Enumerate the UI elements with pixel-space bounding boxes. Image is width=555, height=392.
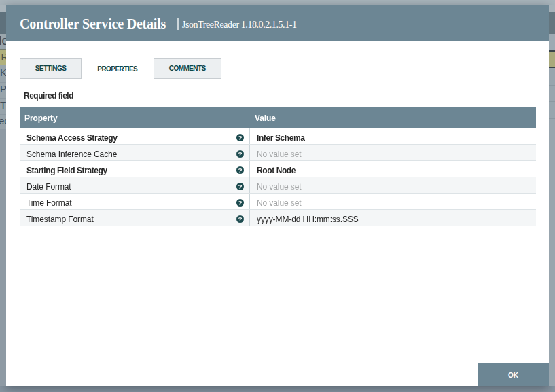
svg-text:?: ? [238, 166, 242, 174]
svg-text:?: ? [238, 134, 242, 141]
svg-text:?: ? [238, 199, 242, 207]
svg-text:?: ? [238, 183, 242, 190]
svg-text:?: ? [238, 215, 242, 223]
svg-text:?: ? [238, 150, 242, 158]
